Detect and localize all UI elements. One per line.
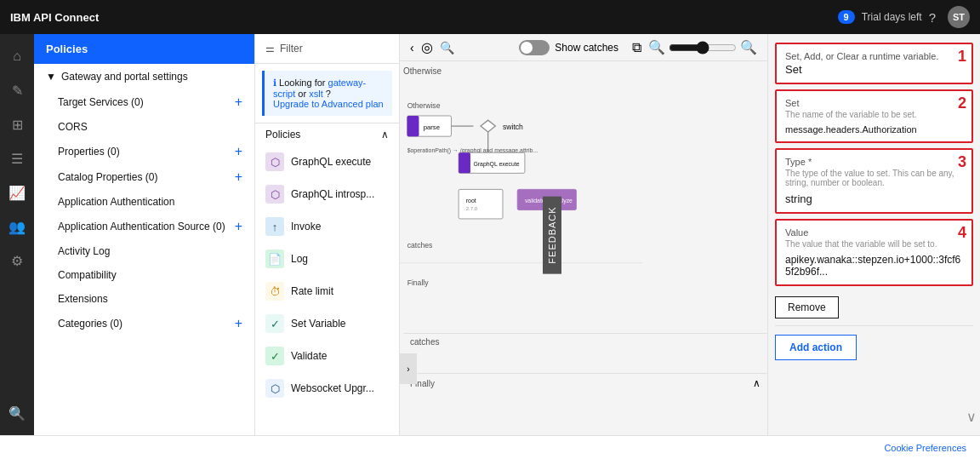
finally-section: Finally ∧ [403,373,767,393]
nav-group-label: Gateway and portal settings [61,71,188,83]
canvas-toolbar: ‹ ◎ 🔍 Show catches ⧉ 🔍 🔍 [400,34,767,61]
expand-sidebar-button[interactable]: › [400,353,417,384]
prop-value-4: apikey.wanaka::stepzen.io+1000::3fcf65f2… [785,254,963,278]
sidebar-icon-edit[interactable]: ✎ [2,75,32,106]
show-catches-toggle[interactable] [519,40,550,55]
policy-invoke[interactable]: ↑ Invoke [255,210,399,243]
nav-item-compatibility[interactable]: Compatibility [34,263,254,287]
avatar[interactable]: ST [948,6,970,28]
trial-badge: 9 [838,10,855,24]
nav-group-header[interactable]: ▼ Gateway and portal settings [34,64,254,89]
nav-item-target-services[interactable]: Target Services (0) + [34,89,254,115]
nav-item-extensions[interactable]: Extensions [34,287,254,311]
policy-graphql-introsp[interactable]: ⬡ GraphQL introsp... [255,178,399,210]
expand-icon: › [407,364,409,374]
search-icon[interactable]: 🔍 [440,41,454,55]
trial-text: Trial days left [862,11,922,23]
feedback-tab[interactable]: FEEDBACK [543,196,561,273]
back-arrow-icon[interactable]: ‹ [410,41,414,55]
otherwise-label: Otherwise [403,66,442,76]
chevron-up-icon2: ∧ [753,377,761,389]
policy-graphql-introsp-label: GraphQL introsp... [291,188,374,200]
policy-log[interactable]: 📄 Log [255,243,399,275]
policies-section-label: Policies [265,129,300,141]
policy-invoke-label: Invoke [291,221,321,232]
target-icon[interactable]: ◎ [421,39,433,55]
nav-item-activity-log[interactable]: Activity Log [34,239,254,263]
svg-text:Finally: Finally [407,278,430,287]
help-icon[interactable]: ? [929,10,936,25]
prop-section-3: Type * The type of the value to set. Thi… [775,148,973,214]
chevron-down-icon: ▼ [46,71,56,83]
svg-text:Otherwise: Otherwise [407,101,441,110]
plus-icon[interactable]: + [235,95,242,109]
validate-icon: ✓ [265,347,284,365]
plus-icon[interactable]: + [235,220,242,233]
svg-text:2.7.0: 2.7.0 [466,206,478,211]
nav-sidebar: Policies ▼ Gateway and portal settings T… [34,34,255,435]
prop-number-1: 1 [958,48,966,66]
copy-icon[interactable]: ⧉ [632,40,641,55]
bottom-bar: Cookie Preferences [0,435,980,459]
policy-validate-label: Validate [291,350,327,362]
nav-item-properties[interactable]: Properties (0) + [34,139,254,164]
policy-set-variable[interactable]: ✓ Set Variable [255,307,399,340]
prop-label-4: Value [785,227,963,238]
nav-item-categories[interactable]: Categories (0) + [34,311,254,336]
prop-sublabel-3: The type of the value to set. This can b… [785,169,963,187]
prop-number-3: 3 [958,153,966,171]
sidebar-icon-search[interactable]: 🔍 [2,398,32,428]
svg-text:root: root [466,198,476,204]
show-catches-label: Show catches [555,42,618,54]
policy-rate-limit-label: Rate limit [291,285,333,297]
zoom-in-icon[interactable]: 🔍 [740,39,757,55]
sidebar-icon-home[interactable]: ⌂ [2,41,32,72]
canvas-content: Otherwise parse switch $operationPath() … [400,61,767,435]
upgrade-link[interactable]: Upgrade to Advanced plan [273,99,384,109]
websocket-icon: ⬡ [265,379,284,398]
policy-validate[interactable]: ✓ Validate [255,340,399,372]
remove-button[interactable]: Remove [775,296,839,318]
sidebar-icon-chart[interactable]: 📈 [2,177,32,208]
sidebar-icon-settings[interactable]: ⚙ [2,245,32,276]
nav-item-app-auth[interactable]: Application Authentication [34,190,254,214]
xslt-link[interactable]: xslt [309,89,323,99]
sidebar-icon-docs[interactable]: ☰ [2,143,32,174]
zoom-out-icon[interactable]: 🔍 [648,39,665,55]
props-panel: Set, Add, or Clear a runtime variable. S… [767,34,980,435]
policy-websocket-label: Websocket Upgr... [291,382,374,394]
policies-panel: ⚌ Filter ℹ Looking for gateway-script or… [255,34,400,435]
sidebar-icon-apps[interactable]: ⊞ [2,109,32,140]
plus-icon[interactable]: + [235,317,242,330]
svg-text:switch: switch [503,123,523,131]
svg-text:GraphQL execute: GraphQL execute [473,161,519,168]
info-box: ℹ Looking for gateway-script or xslt ? U… [262,71,392,116]
cookie-preferences[interactable]: Cookie Preferences [884,443,966,453]
prop-value-3: string [785,192,963,205]
nav-item-app-auth-source[interactable]: Application Authentication Source (0) + [34,214,254,239]
catches-label: catches [410,337,439,347]
set-variable-icon: ✓ [265,314,284,333]
zoom-slider[interactable] [669,41,737,55]
prop-sublabel-2: The name of the variable to be set. [785,110,963,119]
add-action-button[interactable]: Add action [775,335,857,360]
policy-log-label: Log [291,253,308,265]
info-text: Looking for [279,77,328,88]
nav-item-catalog-properties[interactable]: Catalog Properties (0) + [34,164,254,190]
prop-value-1: Set [785,63,963,76]
plus-icon[interactable]: + [235,145,242,158]
icon-sidebar: ⌂ ✎ ⊞ ☰ 📈 👥 ⚙ 🔍 [0,34,34,435]
svg-marker-5 [481,120,495,132]
policy-rate-limit[interactable]: ⏱ Rate limit [255,275,399,307]
prop-value-2: message.headers.Authorization [785,124,963,135]
policy-websocket[interactable]: ⬡ Websocket Upgr... [255,372,399,404]
plus-icon[interactable]: + [235,170,242,184]
prop-label-3: Type * [785,157,963,167]
filter-button[interactable]: ⚌ Filter [255,34,399,64]
nav-item-cors[interactable]: CORS [34,115,254,139]
nav-sidebar-tab[interactable]: Policies [34,34,254,64]
svg-text:parse: parse [424,123,440,131]
sidebar-icon-users[interactable]: 👥 [2,211,32,242]
policy-graphql-execute[interactable]: ⬡ GraphQL execute [255,146,399,178]
log-icon: 📄 [265,250,284,268]
